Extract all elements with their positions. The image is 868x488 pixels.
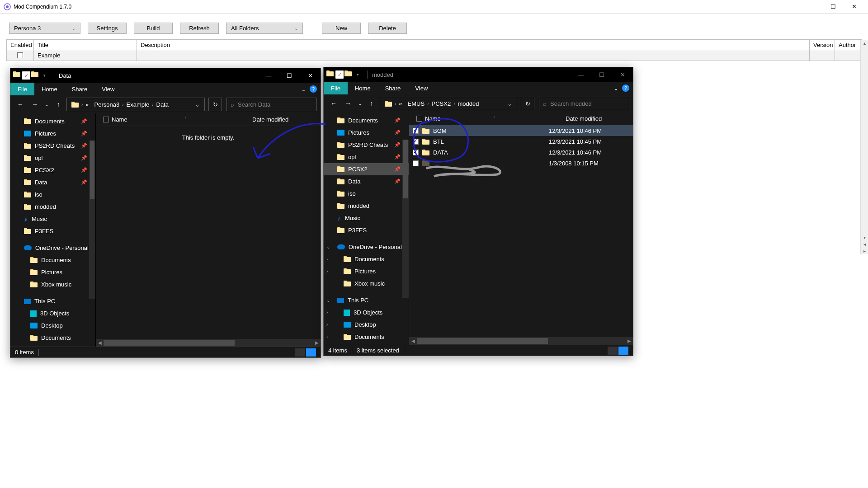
forward-button[interactable]: → <box>28 98 41 111</box>
nav-item[interactable]: Xbox music <box>10 278 95 291</box>
back-button[interactable]: ← <box>14 98 27 111</box>
refresh-button[interactable]: Refresh <box>180 23 219 34</box>
expand-icon[interactable]: ⌄ <box>326 244 330 249</box>
nav-item[interactable]: ⌄This PC <box>324 294 409 306</box>
file-checkbox[interactable] <box>413 139 419 145</box>
nav-item[interactable]: 3D Objects <box>10 307 95 319</box>
nav-item[interactable]: Pictures <box>10 266 95 278</box>
crumb-item[interactable]: EMUS <box>405 100 428 107</box>
nav-item[interactable]: PS2RD Cheats📌 <box>10 140 95 152</box>
nav-item[interactable]: This PC <box>10 295 95 307</box>
h-scrollbar[interactable]: ◀▶ <box>409 337 633 345</box>
search-input[interactable]: ⌕ Search Data <box>226 98 317 111</box>
expand-icon[interactable]: › <box>326 322 328 327</box>
maximize-button[interactable]: ☐ <box>279 68 300 83</box>
expand-icon[interactable]: › <box>326 334 328 339</box>
view-details-button[interactable] <box>608 347 618 355</box>
tab-file[interactable]: File <box>324 82 348 94</box>
nav-item[interactable]: PS2RD Cheats📌 <box>324 139 409 151</box>
enabled-checkbox[interactable] <box>17 52 23 58</box>
expand-icon[interactable]: › <box>326 269 328 274</box>
nav-item[interactable]: opl📌 <box>324 151 409 163</box>
nav-item[interactable]: Documents <box>10 332 95 344</box>
file-checkbox[interactable] <box>413 150 419 155</box>
titlebar[interactable]: ✓ ▾ Data — ☐ ✕ <box>10 68 321 83</box>
file-pane[interactable]: Name˄ Date modified This folder is empty… <box>95 113 321 347</box>
file-pane[interactable]: Name˄ Date modified BGM12/3/2021 10:46 P… <box>409 113 633 345</box>
col-enabled[interactable]: Enabled <box>7 40 34 50</box>
tab-home[interactable]: Home <box>348 82 378 94</box>
crumb-prefix[interactable]: « <box>83 101 91 108</box>
nav-item[interactable]: iso <box>324 188 409 200</box>
nav-item[interactable]: ›Pictures <box>324 265 409 277</box>
file-row[interactable]: 1/3/2008 10:15 PM <box>409 158 633 169</box>
tab-file[interactable]: File <box>10 83 34 95</box>
expand-icon[interactable]: › <box>326 257 328 262</box>
view-details-button[interactable] <box>295 348 305 357</box>
col-name[interactable]: Name <box>112 116 127 123</box>
h-scrollbar[interactable]: ◀▶ <box>96 339 321 347</box>
tab-view[interactable]: View <box>408 82 435 94</box>
minimize-button[interactable]: — <box>258 68 279 83</box>
nav-item[interactable]: opl📌 <box>10 152 95 164</box>
nav-item[interactable]: Documents📌 <box>10 115 95 127</box>
nav-item[interactable]: Documents📌 <box>324 114 409 127</box>
properties-icon[interactable]: ✓ <box>22 71 30 80</box>
view-icons-button[interactable] <box>306 348 316 357</box>
nav-item[interactable]: Pictures📌 <box>324 127 409 139</box>
refresh-button[interactable]: ↻ <box>521 97 534 110</box>
breadcrumb[interactable]: › « Persona3 › Example › Data ⌄ <box>66 98 205 111</box>
chevron-down-icon[interactable]: ▾ <box>40 71 48 80</box>
close-button[interactable]: ✕ <box>612 67 633 82</box>
titlebar[interactable]: ✓ ▾ modded — ☐ ✕ <box>324 67 633 82</box>
forward-button[interactable]: → <box>342 97 354 110</box>
breadcrumb[interactable]: › « EMUS › PCSX2 › modded ⌄ <box>380 97 517 110</box>
main-scrollbar[interactable]: ▴▾◂▸ <box>860 40 868 254</box>
folders-combo[interactable]: All Folders ⌄ <box>226 23 303 34</box>
select-all-checkbox[interactable] <box>103 117 109 122</box>
crumb-item[interactable]: Persona3 <box>92 101 123 108</box>
back-button[interactable]: ← <box>327 97 340 110</box>
search-input[interactable]: ⌕ Search modded <box>539 97 629 110</box>
nav-item[interactable]: modded <box>10 201 95 213</box>
view-icons-button[interactable] <box>618 347 628 355</box>
col-author[interactable]: Author <box>835 40 861 50</box>
up-button[interactable]: ↑ <box>52 98 65 111</box>
nav-item[interactable]: PCSX2📌 <box>324 163 409 175</box>
expand-icon[interactable]: ⌄ <box>326 298 330 303</box>
file-checkbox[interactable] <box>413 128 419 134</box>
col-date[interactable]: Date modified <box>562 115 605 122</box>
tab-home[interactable]: Home <box>34 83 65 95</box>
crumb-item[interactable]: modded <box>455 100 481 107</box>
nav-item[interactable]: P3FES <box>324 224 409 236</box>
chevron-down-icon[interactable]: ⌄ <box>301 86 306 93</box>
tab-share[interactable]: Share <box>65 83 95 95</box>
nav-item[interactable]: Xbox music <box>324 277 409 290</box>
settings-button[interactable]: Settings <box>88 23 127 34</box>
maximize-button[interactable]: ☐ <box>591 67 612 82</box>
game-combo[interactable]: Persona 3 ⌄ <box>9 23 80 34</box>
maximize-button[interactable]: ☐ <box>823 0 844 14</box>
file-checkbox[interactable] <box>413 160 419 166</box>
close-button[interactable]: ✕ <box>844 0 864 14</box>
properties-icon[interactable]: ✓ <box>335 70 344 79</box>
nav-item[interactable]: Data📌 <box>324 175 409 188</box>
nav-item[interactable]: OneDrive - Personal <box>10 242 95 254</box>
tab-view[interactable]: View <box>94 83 122 95</box>
crumb-prefix[interactable]: « <box>396 100 405 107</box>
col-version[interactable]: Version <box>810 40 835 50</box>
minimize-button[interactable]: — <box>571 67 591 82</box>
crumb-item[interactable]: Data <box>154 101 171 108</box>
crumb-item[interactable]: PCSX2 <box>429 100 453 107</box>
new-button[interactable]: New <box>322 23 361 34</box>
close-button[interactable]: ✕ <box>300 68 321 83</box>
refresh-button[interactable]: ↻ <box>208 98 222 111</box>
col-date[interactable]: Date modified <box>249 116 292 123</box>
expand-icon[interactable]: › <box>326 310 328 315</box>
nav-item[interactable]: ›Documents <box>324 253 409 265</box>
nav-item[interactable]: ›Desktop <box>324 319 409 331</box>
chevron-down-icon[interactable]: ⌄ <box>613 85 618 92</box>
col-title[interactable]: Title <box>34 40 137 50</box>
nav-item[interactable]: ♪Music <box>10 213 95 225</box>
help-icon[interactable]: ? <box>622 84 629 92</box>
